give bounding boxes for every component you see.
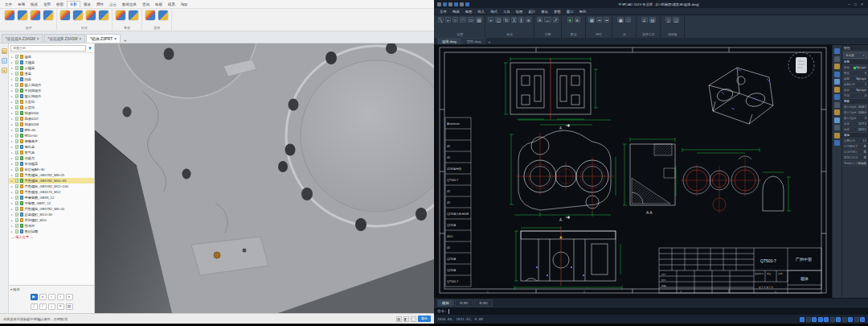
mechanical-constraint-icon[interactable] <box>86 10 96 20</box>
tool-icon[interactable] <box>834 125 840 130</box>
visibility-checkbox[interactable]: ✓ <box>15 207 19 211</box>
esnap-toggle[interactable] <box>824 317 829 322</box>
visibility-checkbox[interactable]: ✓ <box>15 190 19 194</box>
close-icon[interactable]: × <box>79 37 81 41</box>
tree-item[interactable]: ▸ ✓ 平垫圈_GB97_12 <box>9 200 94 206</box>
property-row[interactable]: UCS图标开 是 <box>842 144 868 150</box>
expand-arrow-icon[interactable]: ▸ <box>11 61 14 64</box>
menu-item[interactable]: 参数 <box>551 10 563 14</box>
tree-item[interactable]: ▸ ✓ 大端盖 <box>9 60 94 65</box>
ribbon-tab[interactable]: 钣金 <box>81 2 93 7</box>
frame-toggle-icon[interactable]: ▢ <box>411 316 416 322</box>
tool-icon[interactable] <box>834 56 840 62</box>
annot-toggle[interactable] <box>848 317 853 322</box>
menu-item[interactable]: 工具 <box>501 10 513 14</box>
expand-arrow-icon[interactable]: ▸ <box>11 129 14 132</box>
new-tab-button[interactable]: + <box>121 38 129 43</box>
interference-check-icon[interactable] <box>145 10 155 20</box>
expand-arrow-icon[interactable]: ▸ <box>11 163 14 166</box>
move-icon[interactable]: + <box>488 17 493 23</box>
property-row[interactable]: 常规 <box>842 60 868 65</box>
lineweight-icon[interactable]: ━ <box>604 17 609 23</box>
expand-arrow-icon[interactable]: ▸ <box>11 101 14 104</box>
visibility-checkbox[interactable]: ✓ <box>15 184 19 188</box>
visibility-checkbox[interactable]: ✓ <box>15 167 19 171</box>
color-picker-icon[interactable]: ▦ <box>588 17 595 23</box>
tool-icon[interactable] <box>834 140 840 146</box>
layer-list-icon[interactable]: ≡ <box>575 17 580 23</box>
tree-item[interactable]: ▸ ✓ 大齿轮 <box>9 99 94 105</box>
expand-arrow-icon[interactable]: ▸ <box>11 112 14 115</box>
ws-toggle[interactable] <box>854 317 859 322</box>
expand-arrow-icon[interactable]: ▸ <box>11 219 14 222</box>
tree-item[interactable]: ▸ ✓ 起盖螺钉_M10×30 <box>9 212 94 217</box>
ribbon-tab[interactable]: 查询 <box>140 2 152 7</box>
display-mode-button[interactable]: 着色 <box>418 316 431 322</box>
expand-arrow-icon[interactable]: ▸ <box>11 225 14 228</box>
property-row[interactable]: 圆心Y坐标 1266.0 <box>842 110 868 116</box>
tool-icon[interactable] <box>834 64 840 69</box>
tree-item[interactable]: ▸ ✓ 中间轴组件 <box>9 88 94 93</box>
reuse-library-icon[interactable] <box>31 10 40 20</box>
preview-header[interactable]: ▾ 预览 <box>10 287 92 292</box>
fixed-constraint-icon[interactable] <box>60 10 70 20</box>
menu-item[interactable]: 窗口 <box>564 10 576 14</box>
document-tab[interactable]: *齿轮箱A.Z3ASM × <box>2 34 43 43</box>
expand-arrow-icon[interactable]: ▸ <box>11 67 14 70</box>
property-row[interactable]: 视觉样式 二维线框 <box>842 161 868 167</box>
offset-icon[interactable]: ≡ <box>526 17 531 23</box>
tree-item[interactable]: ▸ ✓ 吊环螺钉_M10 <box>9 217 94 223</box>
tree-item[interactable]: ▸ ✓ 六角螺栓_GB5782_M6×20 <box>9 206 94 212</box>
datum-axis-icon[interactable] <box>129 10 138 20</box>
expand-arrow-icon[interactable]: ▸ <box>11 202 14 205</box>
expand-arrow-icon[interactable]: ▸ <box>11 213 14 217</box>
open-icon[interactable] <box>443 2 447 6</box>
expand-arrow-icon[interactable]: ▸ <box>11 118 14 121</box>
layout-tab[interactable]: 布局2 <box>474 299 493 307</box>
menu-item[interactable]: 绘图 <box>514 10 526 14</box>
insert-component-icon[interactable] <box>5 10 14 20</box>
ribbon-tab[interactable]: 模具 <box>166 2 178 7</box>
expand-arrow-icon[interactable]: ▸ <box>11 185 14 188</box>
tree-item[interactable]: ▸ ✓ — 插入位置 — <box>9 234 94 240</box>
tool-icon[interactable] <box>834 118 840 123</box>
align-constraint-icon[interactable] <box>73 10 83 20</box>
property-row[interactable]: 其他 <box>842 133 868 138</box>
3d-part-gearbox-housing[interactable] <box>95 43 434 313</box>
menu-item[interactable]: 标注 <box>526 10 538 14</box>
lwt-toggle[interactable] <box>842 317 847 322</box>
ribbon-tab[interactable]: 点云 <box>107 2 119 7</box>
play-button[interactable]: ▶ <box>31 294 38 300</box>
visibility-checkbox[interactable]: ✓ <box>15 94 19 98</box>
list-button[interactable]: ▤ <box>66 303 73 310</box>
tool-icon[interactable] <box>834 72 840 77</box>
visibility-checkbox[interactable]: ✓ <box>15 100 19 104</box>
leader-icon[interactable]: ↗ <box>553 17 559 23</box>
line-icon[interactable]: ╲ <box>438 17 444 23</box>
visibility-checkbox[interactable]: ✓ <box>15 162 19 166</box>
visibility-checkbox[interactable]: ✓ <box>15 117 19 121</box>
visibility-checkbox[interactable]: ✓ <box>15 83 19 87</box>
menu-item[interactable]: 修改 <box>538 10 551 14</box>
visibility-checkbox[interactable]: ✓ <box>15 72 19 76</box>
visibility-checkbox[interactable]: ✓ <box>15 128 19 132</box>
visibility-checkbox[interactable]: ✓ <box>15 156 19 160</box>
close-icon[interactable]: × <box>37 37 39 41</box>
expand-arrow-icon[interactable]: ▸ <box>11 106 14 109</box>
expand-arrow-icon[interactable]: ▸ <box>11 180 14 183</box>
ribbon-tab[interactable]: 布局 <box>15 2 27 7</box>
tree-item[interactable]: ▸ ✓ 键10×50 <box>9 133 94 138</box>
next-frame-button[interactable]: › <box>57 294 64 300</box>
ribbon-tab[interactable]: 造型 <box>41 2 53 7</box>
tree-item[interactable]: ▸ ✓ 轴承6206 <box>9 110 94 116</box>
visibility-checkbox[interactable]: ✓ <box>15 77 19 81</box>
expand-arrow-icon[interactable]: ▸ <box>11 78 14 81</box>
tool-icon[interactable] <box>834 48 840 54</box>
snap-toggle[interactable] <box>800 317 805 322</box>
grid-toggle-icon[interactable]: ▦ <box>396 316 402 322</box>
tool-icon[interactable] <box>834 87 840 93</box>
visibility-checkbox[interactable]: ✓ <box>15 139 19 143</box>
restore-button[interactable]: □ <box>854 2 858 6</box>
first-frame-button[interactable]: « <box>39 294 47 300</box>
tree-item[interactable]: ▸ ✓ 六角螺栓_GB5782_M8×25 <box>9 172 94 178</box>
